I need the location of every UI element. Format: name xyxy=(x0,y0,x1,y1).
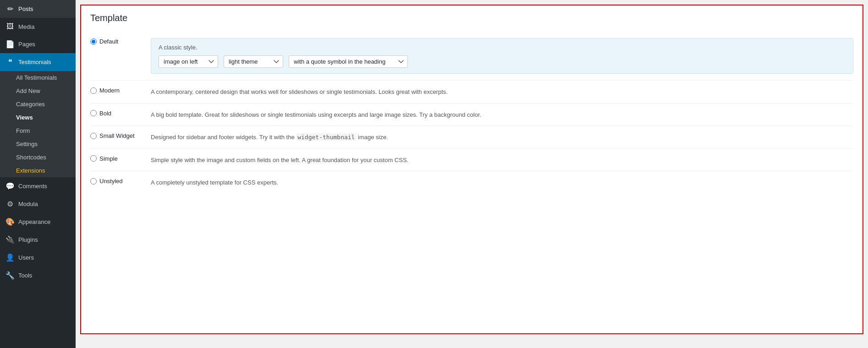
sidebar-item-testimonials[interactable]: ❝ Testimonials xyxy=(0,53,76,71)
pages-icon: 📄 xyxy=(5,40,15,49)
modula-icon: ⚙ xyxy=(5,200,15,208)
sidebar-sub-shortcodes[interactable]: Shortcodes xyxy=(0,151,76,164)
sidebar-item-label: Tools xyxy=(18,272,32,279)
template-radio-label-bold[interactable]: Bold xyxy=(90,110,145,117)
main-content: Template DefaultA classic style.image on… xyxy=(76,0,868,348)
template-list: DefaultA classic style.image on leftimag… xyxy=(90,32,853,194)
sidebar-item-users[interactable]: 👤 Users xyxy=(0,249,76,266)
sidebar-item-label: Comments xyxy=(18,183,47,190)
template-label-modern: Modern xyxy=(99,87,120,94)
template-radio-bold[interactable] xyxy=(90,110,97,116)
sidebar-item-modula[interactable]: ⚙ Modula xyxy=(0,195,76,213)
sidebar-item-label: Plugins xyxy=(18,236,38,243)
posts-icon: ✏ xyxy=(5,5,15,13)
media-icon: 🖼 xyxy=(5,22,15,31)
appearance-icon: 🎨 xyxy=(5,218,15,226)
template-row-modern: ModernA contemporary, centered design th… xyxy=(90,81,853,103)
image-position-select[interactable]: image on leftimage on right xyxy=(159,55,218,68)
sidebar-item-appearance[interactable]: 🎨 Appearance xyxy=(0,213,76,231)
template-radio-label-small-widget[interactable]: Small Widget xyxy=(90,132,145,139)
template-radio-label-simple[interactable]: Simple xyxy=(90,155,145,162)
sidebar-sub-form[interactable]: Form xyxy=(0,124,76,137)
sidebar-item-comments[interactable]: 💬 Comments xyxy=(0,177,76,195)
template-radio-simple[interactable] xyxy=(90,155,97,162)
sidebar-item-label: Users xyxy=(18,254,34,261)
template-radio-default[interactable] xyxy=(90,38,97,45)
template-radio-label-default[interactable]: Default xyxy=(90,38,145,45)
template-radio-label-unstyled[interactable]: Unstyled xyxy=(90,178,145,185)
template-label-unstyled: Unstyled xyxy=(99,178,123,185)
template-desc-modern: A contemporary, centered design that wor… xyxy=(151,87,853,97)
default-panel: A classic style.image on leftimage on ri… xyxy=(151,38,853,74)
template-row-unstyled: UnstyledA completely unstyled template f… xyxy=(90,171,853,194)
template-desc-simple: Simple style with the image and custom f… xyxy=(151,155,853,165)
sidebar-item-label: Testimonials xyxy=(18,59,51,65)
default-description: A classic style. xyxy=(159,44,846,51)
content-area: Template DefaultA classic style.image on… xyxy=(80,5,863,334)
template-desc-bold: A big bold template. Great for slideshow… xyxy=(151,110,853,120)
template-row-small-widget: Small WidgetDesigned for sidebar and foo… xyxy=(90,126,853,149)
quote-select[interactable]: with a quote symbol in the headingwithou… xyxy=(289,55,408,68)
sidebar-item-label: Posts xyxy=(18,5,33,12)
template-row-simple: SimpleSimple style with the image and cu… xyxy=(90,149,853,172)
sidebar-item-plugins[interactable]: 🔌 Plugins xyxy=(0,231,76,249)
page-title: Template xyxy=(90,13,853,23)
sidebar-sub-add-new[interactable]: Add New xyxy=(0,84,76,98)
template-radio-modern[interactable] xyxy=(90,87,97,94)
testimonials-submenu: All Testimonials Add New Categories View… xyxy=(0,71,76,177)
sidebar-sub-categories[interactable]: Categories xyxy=(0,98,76,111)
template-label-default: Default xyxy=(99,38,118,45)
comments-icon: 💬 xyxy=(5,182,15,190)
template-radio-small-widget[interactable] xyxy=(90,133,97,139)
template-row-default: DefaultA classic style.image on leftimag… xyxy=(90,32,853,81)
template-label-simple: Simple xyxy=(99,155,118,162)
default-dropdowns: image on leftimage on rightlight themeda… xyxy=(159,55,846,68)
sidebar-item-media[interactable]: 🖼 Media xyxy=(0,18,76,35)
sidebar: ✏ Posts 🖼 Media 📄 Pages ❝ Testimonials A… xyxy=(0,0,76,348)
testimonials-section: ❝ Testimonials All Testimonials Add New … xyxy=(0,53,76,177)
theme-select[interactable]: light themedark theme xyxy=(224,55,283,68)
sidebar-item-label: Media xyxy=(18,23,34,30)
sidebar-sub-views[interactable]: Views xyxy=(0,111,76,124)
sidebar-item-label: Pages xyxy=(18,41,35,48)
template-desc-small-widget: Designed for sidebar and footer widgets.… xyxy=(151,132,853,142)
plugins-icon: 🔌 xyxy=(5,235,15,244)
template-radio-unstyled[interactable] xyxy=(90,178,97,185)
sidebar-sub-extensions[interactable]: Extensions xyxy=(0,164,76,177)
template-label-small-widget: Small Widget xyxy=(99,132,135,139)
users-icon: 👤 xyxy=(5,253,15,262)
tools-icon: 🔧 xyxy=(5,271,15,280)
template-label-bold: Bold xyxy=(99,110,111,117)
sidebar-sub-all-testimonials[interactable]: All Testimonials xyxy=(0,71,76,84)
template-radio-label-modern[interactable]: Modern xyxy=(90,87,145,94)
template-row-bold: BoldA big bold template. Great for slide… xyxy=(90,103,853,126)
testimonials-icon: ❝ xyxy=(5,58,15,66)
sidebar-item-posts[interactable]: ✏ Posts xyxy=(0,0,76,18)
sidebar-item-label: Modula xyxy=(18,201,38,207)
sidebar-item-tools[interactable]: 🔧 Tools xyxy=(0,266,76,284)
sidebar-item-label: Appearance xyxy=(18,218,50,225)
sidebar-sub-settings[interactable]: Settings xyxy=(0,137,76,151)
template-desc-unstyled: A completely unstyled template for CSS e… xyxy=(151,178,853,187)
sidebar-item-pages[interactable]: 📄 Pages xyxy=(0,35,76,53)
